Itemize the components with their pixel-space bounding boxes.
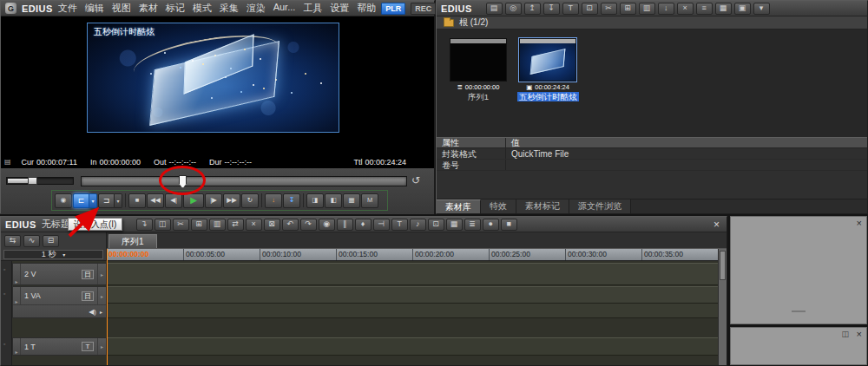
mixer-icon[interactable]: ≣	[464, 219, 481, 231]
set-in-icon[interactable]: ⊏	[73, 193, 89, 208]
track-lane-va-video[interactable]	[107, 286, 718, 304]
save-icon[interactable]: ◫	[155, 219, 171, 231]
menu-item[interactable]: 编辑	[85, 2, 104, 15]
tab-source-browser[interactable]: 源文件浏览	[569, 199, 631, 213]
next-frame-button[interactable]: |▶	[205, 193, 222, 208]
thumbnail-view-icon[interactable]: ▦	[715, 3, 732, 15]
clip-thumbnail[interactable]	[450, 38, 507, 82]
capture-button[interactable]: ◉	[55, 193, 72, 208]
close-icon[interactable]: ×	[857, 330, 862, 339]
expander-icon[interactable]: ▸	[100, 309, 102, 315]
menu-item[interactable]: 工具	[303, 2, 322, 15]
timeline-ruler[interactable]: 00:00:00:0000:00:05:0000:00:10:0000:00:1…	[107, 249, 720, 261]
expander-icon[interactable]: ▸	[13, 338, 21, 355]
clip-name[interactable]: 序列1	[448, 91, 509, 102]
menu-item[interactable]: 视图	[112, 2, 131, 15]
timescale-selector[interactable]: 1 秒 ▾	[3, 250, 103, 259]
mode-button[interactable]: M	[361, 193, 378, 208]
detail-view-icon[interactable]: ▣	[734, 3, 751, 15]
properties-icon[interactable]: ≡	[696, 3, 713, 15]
track-header-va[interactable]: ▸ 1 VA 日 ▸ ◀) ▸	[12, 286, 107, 318]
export-button[interactable]: ◨	[306, 193, 324, 208]
patch-icon[interactable]: ▸	[97, 338, 106, 355]
preview-monitor-icon[interactable]: ⊡	[428, 219, 444, 231]
redo-icon[interactable]: ↷	[300, 219, 317, 231]
menu-item[interactable]: 渲染	[247, 2, 266, 15]
bin-path-bar[interactable]: 根 (1/2)	[437, 16, 867, 29]
sync-lock-icon[interactable]: ⊟	[43, 235, 59, 247]
timeline-playhead[interactable]	[107, 249, 108, 365]
track-header-t[interactable]: ▸ 1 T T ▸	[12, 337, 107, 356]
copy-icon[interactable]: ⊞	[620, 3, 636, 15]
track-lane-t[interactable]	[107, 337, 718, 356]
clip-name[interactable]: 五秒倒计时酷炫	[517, 91, 578, 102]
play-around-button[interactable]: ↻	[241, 193, 259, 208]
plr-mode-badge[interactable]: PLR	[381, 3, 405, 15]
ripple-mode-icon[interactable]: ∿	[23, 235, 40, 247]
menu-item[interactable]: 标记	[166, 2, 185, 15]
undo-icon[interactable]: ↶	[282, 219, 299, 231]
paste-icon[interactable]: ▥	[209, 219, 226, 231]
scrollbar-thumb[interactable]	[720, 251, 726, 280]
vertical-scrollbar[interactable]	[718, 249, 727, 365]
channel-map-icon[interactable]: 日	[82, 270, 94, 279]
patch-icon[interactable]: ▸	[97, 264, 106, 284]
multicam-button[interactable]: ◧	[325, 193, 342, 208]
video-section-icon[interactable]: ▫	[3, 266, 5, 272]
set-in-button[interactable]: ⊏ ▾	[73, 193, 97, 208]
layout-button[interactable]: ▦	[343, 193, 360, 208]
track-lane-va-audio[interactable]	[107, 304, 718, 318]
stop-button[interactable]: ■	[128, 193, 146, 208]
tab-effects[interactable]: 特效	[481, 199, 516, 213]
speaker-icon[interactable]: ◀)	[89, 308, 96, 316]
menu-item[interactable]: 设置	[330, 2, 349, 15]
jog-handle[interactable]	[28, 177, 37, 185]
paste-icon[interactable]: ▥	[639, 3, 655, 15]
tab-sequence-1[interactable]: 序列1	[108, 234, 157, 248]
delete-icon[interactable]: ×	[677, 3, 694, 15]
menu-item[interactable]: 采集	[220, 2, 239, 15]
previous-frame-button[interactable]: ◀|	[165, 193, 182, 208]
add-to-timeline-icon[interactable]: ↴	[136, 219, 153, 231]
split-clip-icon[interactable]: ∥	[337, 219, 353, 231]
loop-playback-icon[interactable]: ↺	[411, 174, 420, 186]
trim-mode-icon[interactable]: ⊣	[373, 219, 390, 231]
move-down-icon[interactable]: ↧	[543, 3, 560, 15]
selected-clip-label[interactable]: 五秒倒计时酷炫	[517, 92, 579, 101]
match-frame-icon[interactable]: ◉	[319, 219, 335, 231]
cut-icon[interactable]: ✂	[173, 219, 189, 231]
add-title-icon[interactable]: T	[562, 3, 579, 15]
patch-icon[interactable]: ▸	[97, 287, 106, 304]
expander-icon[interactable]: ▸	[13, 287, 21, 304]
track-lane-v[interactable]	[107, 263, 718, 285]
set-in-dropdown[interactable]: ▾	[89, 193, 97, 208]
options-icon[interactable]: ▾	[753, 3, 770, 15]
export-icon[interactable]: ■	[501, 219, 517, 231]
set-out-dropdown[interactable]: ▾	[115, 193, 122, 208]
add-title-icon[interactable]: T	[391, 219, 408, 231]
set-out-icon[interactable]: ⊐	[98, 193, 115, 208]
add-to-timeline-icon[interactable]: ↓	[658, 3, 674, 15]
menu-item[interactable]: 文件	[58, 2, 77, 15]
replace-icon[interactable]: ⇄	[227, 219, 244, 231]
menu-item[interactable]: 素材	[139, 2, 158, 15]
menu-item[interactable]: Aur...	[273, 2, 296, 15]
scrubber-playhead[interactable]	[179, 175, 187, 188]
play-button[interactable]: ▶	[183, 193, 204, 208]
ripple-delete-icon[interactable]: ⊠	[264, 219, 280, 231]
channel-map-icon[interactable]: 日	[82, 291, 94, 301]
title-track-icon[interactable]: T	[82, 342, 94, 351]
dock-icon[interactable]: ◫	[841, 330, 849, 338]
resize-grip[interactable]	[792, 310, 806, 312]
record-icon[interactable]: ●	[483, 219, 499, 231]
position-scrubber[interactable]	[81, 176, 407, 186]
delete-icon[interactable]: ×	[246, 219, 262, 231]
clip-card-selected[interactable]: ▣ 00:00:24:24 五秒倒计时酷炫	[517, 38, 578, 102]
move-up-icon[interactable]: ↥	[524, 3, 541, 15]
new-folder-icon[interactable]: ▤	[486, 3, 503, 15]
clip-thumbnail[interactable]	[519, 38, 576, 82]
jog-bar[interactable]	[6, 177, 74, 185]
title-section-icon[interactable]: ▫	[3, 341, 5, 347]
close-icon[interactable]: ×	[711, 219, 722, 230]
rewind-button[interactable]: ◀◀	[147, 193, 164, 208]
